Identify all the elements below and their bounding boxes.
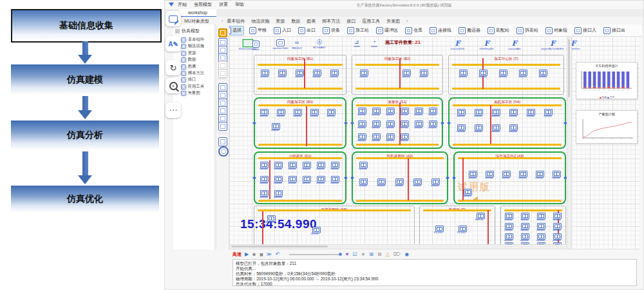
machine-icon[interactable]: [537, 213, 545, 219]
tree-item-7[interactable]: 接口: [181, 77, 196, 82]
machine-icon[interactable]: [459, 70, 468, 76]
delete-button[interactable]: ⌦: [393, 251, 401, 258]
stop-button[interactable]: ■: [252, 251, 256, 258]
text-annotate-button[interactable]: A✎: [166, 36, 181, 52]
machine-icon[interactable]: [358, 108, 366, 114]
toolbar-disassembly-station-button[interactable]: 拆装站: [515, 26, 540, 35]
report-icon[interactable]: [218, 122, 227, 131]
canvas-vertical-scrollbar[interactable]: [567, 37, 572, 249]
machine-icon[interactable]: [296, 70, 304, 76]
lock-icon[interactable]: [218, 28, 227, 37]
tree-item-4[interactable]: 数据: [181, 57, 196, 63]
canvas-object-4[interactable]: ∞物料批次: [289, 39, 305, 52]
tree-item-2[interactable]: 物流设施: [181, 43, 204, 49]
toolbar-pan-button[interactable]: 平移: [247, 26, 269, 35]
machine-icon[interactable]: [277, 109, 285, 115]
machine-icon[interactable]: [537, 233, 545, 240]
machine-icon[interactable]: [519, 171, 527, 177]
machine-icon[interactable]: [331, 176, 339, 182]
hscroll-thumb[interactable]: [231, 246, 328, 247]
machine-icon[interactable]: [401, 121, 409, 127]
machine-icon[interactable]: [331, 162, 339, 168]
machine-icon[interactable]: [509, 124, 518, 131]
toolbar-warehouse-button[interactable]: 仓库: [403, 26, 424, 35]
speed-slider[interactable]: [289, 254, 341, 255]
conveyor-bar[interactable]: [258, 209, 411, 211]
conveyor-bar[interactable]: [458, 157, 562, 159]
tree-item-3[interactable]: 资源: [181, 50, 196, 56]
toolbar-interface-out-button[interactable]: 接口出: [601, 26, 627, 35]
machine-icon[interactable]: [372, 133, 381, 140]
conveyor-bar[interactable]: [423, 209, 491, 211]
machine-icon[interactable]: [289, 176, 297, 182]
machine-icon[interactable]: [553, 171, 561, 177]
model-canvas[interactable]: 施工零件数量:21 15:34:54.990 试用版 伺服加工区 (B1)伺服加…: [229, 37, 639, 249]
machine-icon[interactable]: [260, 190, 269, 197]
conveyor-bar[interactable]: [356, 104, 439, 106]
machine-icon[interactable]: [372, 121, 381, 127]
conveyor-bar[interactable]: [258, 144, 342, 146]
machine-icon[interactable]: [527, 109, 535, 115]
machine-icon[interactable]: [358, 133, 366, 140]
machine-icon[interactable]: [278, 70, 287, 76]
conveyor-bar[interactable]: [356, 144, 439, 146]
machine-icon[interactable]: [294, 109, 302, 115]
production-chart[interactable]: 产量统计图: [576, 110, 638, 144]
chart-object-2[interactable]: ◔: [371, 39, 377, 47]
machine-icon[interactable]: [486, 171, 494, 177]
run-step-button[interactable]: ◉: [404, 251, 409, 258]
reset-button[interactable]: ↶: [276, 251, 280, 258]
machine-icon[interactable]: [553, 213, 562, 219]
machine-icon[interactable]: [401, 108, 409, 114]
machine-icon[interactable]: [317, 176, 325, 182]
machine-icon[interactable]: [260, 176, 269, 182]
machine-icon[interactable]: [499, 70, 507, 76]
conveyor-bar[interactable]: [258, 64, 343, 66]
toolbar-interface-in-button[interactable]: 接口入: [573, 26, 598, 35]
machine-icon[interactable]: [537, 223, 545, 229]
canvas-object-5[interactable]: ⒶMOVEANY: [310, 39, 329, 50]
conveyor-bar[interactable]: [258, 104, 342, 106]
toolbar-assembly-station-button[interactable]: 装配站: [486, 26, 511, 35]
machine-icon[interactable]: [431, 179, 440, 185]
machine-icon[interactable]: [519, 70, 527, 76]
ribbon-tab-2[interactable]: 物流设施: [251, 19, 269, 23]
fast-forward-button[interactable]: ≫: [267, 251, 272, 258]
conveyor-bar[interactable]: [458, 200, 562, 202]
machine-icon[interactable]: [457, 109, 466, 115]
vscroll-thumb[interactable]: [568, 39, 570, 97]
ribbon-tab-5[interactable]: 图表: [307, 19, 316, 23]
machine-icon[interactable]: [261, 70, 269, 76]
ribbon-tab-1[interactable]: 基本组件: [227, 19, 245, 23]
machine-icon[interactable]: [359, 179, 368, 185]
ribbon-scroll-right[interactable]: ›: [406, 19, 408, 23]
machine-icon[interactable]: [327, 109, 336, 115]
machine-icon[interactable]: [429, 121, 437, 127]
toolbar-transporter-button[interactable]: 搬运器: [457, 26, 482, 35]
method-object-2[interactable]: FbufferEntryMet: [474, 40, 499, 51]
canvas-horizontal-scrollbar[interactable]: [229, 244, 567, 249]
machine-icon[interactable]: [429, 108, 437, 114]
machine-icon[interactable]: [372, 108, 381, 114]
machine-icon[interactable]: [395, 179, 404, 185]
chart-object-1[interactable]: ⊿: [354, 39, 360, 47]
machine-icon[interactable]: [260, 162, 269, 168]
tree-item-5[interactable]: 图表: [181, 64, 196, 70]
machine-icon[interactable]: [377, 179, 386, 185]
grid-button[interactable]: ⊞: [369, 251, 374, 258]
machine-icon[interactable]: [475, 109, 483, 115]
ribbon-tab-9[interactable]: 矢量图: [386, 19, 400, 23]
machine-icon[interactable]: [413, 179, 422, 185]
menu-item-1[interactable]: 开始: [178, 2, 187, 6]
visibility-icon[interactable]: [218, 69, 227, 78]
machine-icon[interactable]: [359, 162, 368, 168]
console-log[interactable]: 模型已打开，包含对象数量：211开始仿真...仿真时长：56094990毫秒，0…: [232, 259, 637, 286]
toolbar-entry-button[interactable]: 入口: [272, 26, 293, 35]
machine-icon[interactable]: [469, 171, 477, 177]
conveyor-bar[interactable]: [356, 157, 444, 159]
crane-utilization-chart[interactable]: 天车利用率统计负载空闲: [576, 62, 638, 99]
machine-icon[interactable]: [505, 223, 513, 229]
machine-icon[interactable]: [303, 162, 311, 168]
conveyor-bar[interactable]: [356, 200, 444, 202]
machine-icon[interactable]: [521, 233, 529, 240]
